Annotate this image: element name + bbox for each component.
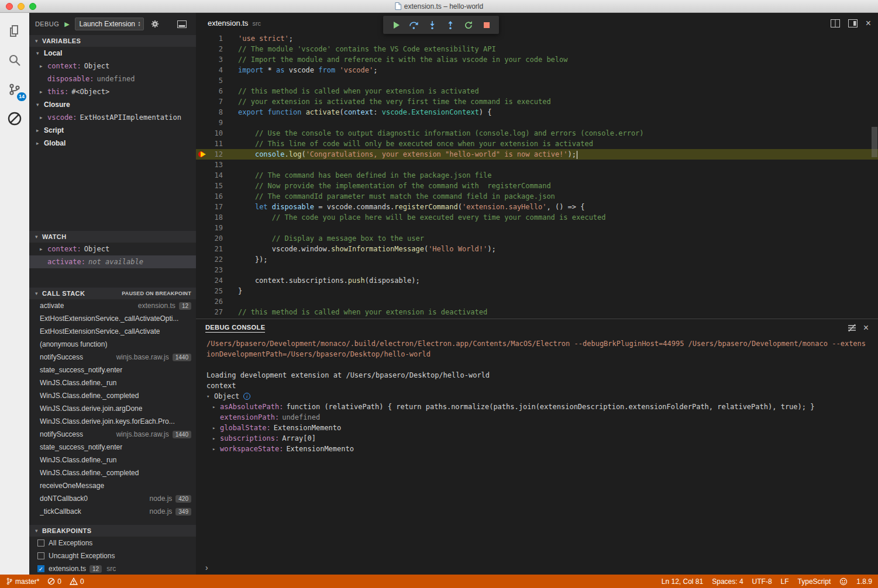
code-line[interactable]: 18 // The code you place here will be ex… [196, 212, 878, 223]
restart-button[interactable] [459, 16, 477, 34]
glyph-margin[interactable] [196, 212, 208, 223]
watch-row[interactable]: ▸context:Object [29, 243, 196, 255]
code-line[interactable]: 21 vscode.window.showInformationMessage(… [196, 244, 878, 254]
scope-row[interactable]: ▸Global [29, 137, 196, 150]
twisty-icon[interactable]: ▸ [40, 89, 47, 95]
scope-row[interactable]: ▾Local [29, 47, 196, 60]
activitybar-item-git[interactable]: 14 [0, 75, 29, 104]
glyph-margin[interactable] [196, 33, 208, 44]
editor-scrollbar[interactable] [872, 127, 877, 157]
callstack-frame[interactable]: (anonymous function) [29, 338, 196, 351]
continue-button[interactable] [387, 16, 405, 34]
code-line[interactable]: 10 // Use the console to output diagnost… [196, 128, 878, 139]
twisty-icon[interactable]: ▾ [36, 102, 44, 108]
scope-row[interactable]: ▾Closure [29, 98, 196, 111]
start-debugging-button[interactable]: ▶ [64, 20, 69, 28]
status-encoding[interactable]: UTF-8 [752, 577, 772, 586]
code-line[interactable]: 13 [196, 160, 878, 170]
code-line[interactable]: 27// this method is called when your ext… [196, 307, 878, 317]
version-label[interactable]: 1.8.9 [856, 577, 872, 586]
feedback-smiley[interactable] [839, 577, 848, 586]
code-line[interactable]: 12 console.log('Congratulations, your ex… [196, 149, 878, 160]
callstack-frame[interactable]: notifySuccesswinjs.base.raw.js1440 [29, 428, 196, 441]
minimize-window-button[interactable] [18, 3, 25, 10]
code-line[interactable]: 26 [196, 296, 878, 307]
variables-section-header[interactable]: ▾ VARIABLES [29, 35, 196, 47]
callstack-frame[interactable]: receiveOneMessage [29, 479, 196, 492]
glyph-margin[interactable] [196, 170, 208, 181]
callstack-frame[interactable]: ExtHostExtensionService._callActivateOpt… [29, 312, 196, 325]
step-out-button[interactable] [441, 16, 459, 34]
breakpoint-checkbox[interactable] [37, 539, 44, 547]
split-editor-icon[interactable] [831, 19, 840, 27]
code-line[interactable]: 20 // Display a message box to the user [196, 233, 878, 244]
twisty-icon[interactable]: ▸ [40, 115, 47, 120]
status-indentation[interactable]: Spaces: 4 [712, 577, 743, 586]
glyph-margin[interactable] [196, 86, 208, 96]
callstack-frame[interactable]: WinJS.Class.define._run [29, 454, 196, 466]
console-property-row[interactable]: ▸globalState:ExtensionMemento [206, 423, 867, 433]
twisty-icon[interactable]: ▸ [40, 63, 47, 69]
glyph-margin[interactable] [196, 254, 208, 265]
code-line[interactable]: 8export function activate(context: vscod… [196, 107, 878, 117]
activitybar-item-debug[interactable] [0, 104, 29, 133]
twisty-icon[interactable]: ▾ [206, 391, 214, 402]
callstack-frame[interactable]: state_success_notify.enter [29, 364, 196, 376]
status-language-mode[interactable]: TypeScript [798, 577, 831, 586]
info-icon[interactable]: i [243, 393, 250, 400]
git-branch-status[interactable]: master* [6, 577, 39, 586]
variable-row[interactable]: disposable:undefined [29, 72, 196, 85]
console-property-row[interactable]: ▸subscriptions:Array[0] [206, 433, 867, 444]
breakpoints-section-header[interactable]: ▾ BREAKPOINTS [29, 525, 196, 537]
code-line[interactable]: 16 // The commandId parameter must match… [196, 191, 878, 202]
code-line[interactable]: 14 // The command has been defined in th… [196, 170, 878, 181]
close-editor-icon[interactable]: × [866, 19, 871, 27]
glyph-margin[interactable] [196, 160, 208, 170]
code-line[interactable]: 15 // Now provide the implementation of … [196, 181, 878, 191]
close-window-button[interactable] [6, 3, 13, 10]
clear-console-icon[interactable] [848, 324, 856, 332]
console-property-row[interactable]: extensionPath:undefined [206, 412, 867, 423]
configure-gear-icon[interactable] [151, 20, 159, 28]
console-property-row[interactable]: ▸workspaceState:ExtensionMemento [206, 444, 867, 454]
glyph-margin[interactable] [196, 128, 208, 139]
callstack-frame[interactable]: WinJS.Class.derive.join.keys.forEach.Pro… [29, 415, 196, 428]
activitybar-item-explorer[interactable] [0, 16, 29, 46]
code-line[interactable]: 3// Import the module and reference it w… [196, 54, 878, 65]
callstack-frame[interactable]: doNTCallback0node.js420 [29, 492, 196, 505]
glyph-margin[interactable] [196, 265, 208, 275]
breakpoint-glyph[interactable] [196, 149, 208, 160]
glyph-margin[interactable] [196, 233, 208, 244]
code-editor[interactable]: 1'use strict';2// The module 'vscode' co… [196, 33, 878, 319]
code-line[interactable]: 2// The module 'vscode' contains the VS … [196, 44, 878, 54]
console-input[interactable]: › [196, 561, 878, 575]
code-line[interactable]: 25} [196, 286, 878, 296]
code-line[interactable]: 6// this method is called when your exte… [196, 86, 878, 96]
step-into-button[interactable] [423, 16, 441, 34]
breakpoint-row[interactable]: ✓extension.ts12src [29, 562, 196, 575]
watch-row[interactable]: activate:not available [29, 255, 196, 268]
glyph-margin[interactable] [196, 191, 208, 202]
callstack-frame[interactable]: notifySuccesswinjs.base.raw.js1440 [29, 351, 196, 364]
twisty-icon[interactable]: ▾ [36, 50, 44, 56]
debug-console-title[interactable]: DEBUG CONSOLE [205, 324, 265, 333]
glyph-margin[interactable] [196, 244, 208, 254]
code-line[interactable]: 22 }); [196, 254, 878, 265]
open-preview-icon[interactable] [848, 19, 858, 27]
glyph-margin[interactable] [196, 202, 208, 212]
code-line[interactable]: 5 [196, 75, 878, 86]
twisty-icon[interactable]: ▸ [212, 423, 220, 433]
zoom-window-button[interactable] [29, 3, 36, 10]
code-line[interactable]: 23 [196, 265, 878, 275]
glyph-margin[interactable] [196, 107, 208, 117]
code-line[interactable]: 11 // This line of code will only be exe… [196, 139, 878, 149]
watch-section-header[interactable]: ▾ WATCH [29, 231, 196, 243]
close-panel-icon[interactable]: × [863, 324, 869, 332]
tab-extension-ts[interactable]: extension.ts src [208, 19, 261, 27]
glyph-margin[interactable] [196, 44, 208, 54]
glyph-margin[interactable] [196, 296, 208, 307]
twisty-icon[interactable]: ▸ [212, 402, 220, 412]
callstack-frame[interactable]: ExtHostExtensionService._callActivate [29, 325, 196, 338]
breakpoint-checkbox[interactable]: ✓ [37, 565, 44, 572]
scope-row[interactable]: ▸Script [29, 124, 196, 137]
